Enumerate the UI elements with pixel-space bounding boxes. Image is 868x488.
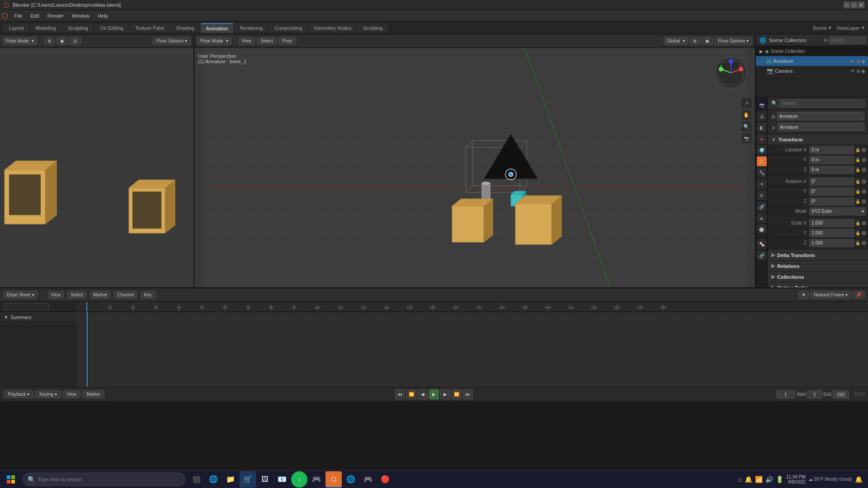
taskbar-icon-photos[interactable]: 🖼 [257, 471, 273, 488]
taskbar-icon-store[interactable]: 🛒 [240, 471, 256, 488]
transform-section-header[interactable]: ▼ Transform [768, 134, 868, 145]
viewport-pose-btn[interactable]: Pose [278, 37, 296, 45]
battery-icon[interactable]: 🔋 [776, 476, 783, 483]
world-props-btn[interactable]: 🌍 [757, 145, 767, 155]
timeline-playhead[interactable] [87, 312, 88, 387]
location-x-value[interactable]: 0 m [809, 146, 854, 154]
summary-track[interactable]: ▼ Summary [0, 312, 76, 323]
rotation-y-dot[interactable] [862, 189, 866, 194]
viewport-select-btn[interactable]: Select [257, 37, 277, 45]
render-props-btn[interactable]: 📷 [757, 100, 767, 110]
menu-help[interactable]: Help [94, 12, 112, 19]
tl-view-btn[interactable]: View [48, 291, 64, 299]
tl-select-btn[interactable]: Select [67, 291, 86, 299]
scale-y-lock[interactable]: 🔓 [854, 230, 861, 236]
collections-header[interactable]: ▶ Collections [768, 272, 868, 282]
scene-collection-item[interactable]: ▶ ◉ Scene Collection [756, 46, 868, 56]
rotation-y-value[interactable]: 0° [809, 188, 854, 196]
location-z-dot[interactable] [862, 168, 866, 172]
tab-rendering[interactable]: Rendering [234, 23, 268, 33]
tl-pin-btn[interactable]: 📌 [853, 291, 864, 299]
taskbar-icon-explorer[interactable]: 📁 [222, 471, 239, 488]
menu-file[interactable]: File [11, 12, 26, 19]
rotation-x-dot[interactable] [862, 179, 866, 184]
tab-geometry-nodes[interactable]: Geometry Nodes [308, 23, 357, 33]
taskbar-icon-chrome[interactable]: 🌐 [343, 471, 359, 488]
rotation-mode-select[interactable]: XYZ Euler ▾ [809, 207, 866, 216]
scale-z-dot[interactable] [862, 241, 866, 245]
track-content[interactable] [77, 312, 868, 387]
minimize-button[interactable]: ─ [844, 2, 850, 8]
maximize-button[interactable]: □ [851, 2, 857, 8]
tab-compositing[interactable]: Compositing [269, 23, 307, 33]
location-y-dot[interactable] [862, 158, 866, 162]
tab-layout[interactable]: Layout [4, 23, 29, 33]
taskbar-icon-spotify[interactable]: ♪ [291, 471, 307, 488]
location-y-lock[interactable]: 🔓 [854, 157, 861, 163]
physics-props-btn[interactable]: ⚙ [757, 190, 767, 200]
tl-channel-btn[interactable]: Channel [114, 291, 137, 299]
location-z-lock[interactable]: 🔓 [854, 167, 861, 173]
constraints-props-btn[interactable]: 🔗 [757, 202, 767, 211]
scale-y-dot[interactable] [862, 231, 866, 235]
scale-x-value[interactable]: 1.000 [809, 219, 854, 227]
jump-start-btn[interactable]: ⏮ [395, 389, 405, 399]
overlay-btn[interactable]: ◎ [70, 37, 81, 45]
dope-sheet-mode-btn[interactable]: Dope Sheet ▾ [4, 291, 38, 299]
scale-x-dot[interactable] [862, 221, 866, 225]
navigation-gizmo[interactable]: X Y Z [715, 57, 747, 89]
notification-icon[interactable]: 🔔 [855, 476, 863, 483]
motion-paths-header[interactable]: ▶ Motion Paths [768, 282, 868, 287]
clock[interactable]: 11:34 PM 4/8/2022 [786, 474, 806, 484]
viewport-view-btn[interactable]: View [238, 37, 255, 45]
particles-props-btn[interactable]: ✦ [757, 179, 767, 189]
tl-key-btn[interactable]: Key [141, 291, 155, 299]
prev-keyframe-btn[interactable]: ⏪ [406, 389, 416, 399]
pb-marker-btn[interactable]: Marker [82, 390, 104, 398]
rotation-z-dot[interactable] [862, 199, 866, 204]
rotation-x-value[interactable]: 0° [809, 178, 854, 186]
weather-display[interactable]: ☁ 50°F Mostly cloudy [808, 477, 852, 482]
next-frame-btn[interactable]: ▶ [440, 389, 450, 399]
viewport-global-selector[interactable]: Global▾ [664, 37, 688, 45]
tab-texture-paint[interactable]: Texture Paint [130, 23, 170, 33]
tl-marker-btn[interactable]: Marker [90, 291, 110, 299]
tab-modeling[interactable]: Modeling [30, 23, 61, 33]
rotation-z-lock[interactable]: 🔓 [854, 198, 861, 205]
tab-scripting[interactable]: Scripting [358, 23, 388, 33]
rotation-y-lock[interactable]: 🔓 [854, 188, 861, 195]
start-button[interactable] [2, 471, 20, 488]
relations-header[interactable]: ▶ Relations [768, 261, 868, 272]
timeline-content[interactable]: ▼ Summary [0, 312, 868, 387]
tl-filter-btn[interactable]: ▼ [798, 291, 809, 299]
start-frame-display[interactable]: 1 [807, 390, 822, 399]
tab-sculpting[interactable]: Sculpting [62, 23, 94, 33]
tab-animation[interactable]: Animation [201, 23, 234, 33]
menu-window[interactable]: Window [68, 12, 93, 19]
volume-icon[interactable]: 🔊 [765, 476, 773, 483]
view-tool-hand[interactable]: ✋ [741, 110, 751, 120]
rotation-x-lock[interactable]: 🔓 [854, 178, 861, 185]
outliner-item-armature[interactable]: ▤ Armature 👁 ⊕ ◉ [756, 56, 868, 66]
location-x-dot[interactable] [862, 148, 866, 152]
props-search-input[interactable] [779, 99, 864, 108]
viewport-pose-options2[interactable]: Pose Options ▾ [714, 37, 752, 45]
end-frame-display[interactable]: 250 [833, 390, 849, 399]
scale-z-lock[interactable]: 🔓 [854, 240, 861, 246]
view-layer-props-btn[interactable]: ◧ [757, 122, 767, 132]
menu-edit[interactable]: Edit [27, 12, 43, 19]
delta-transform-header[interactable]: ▶ Delta Transform [768, 250, 868, 261]
jump-end-btn[interactable]: ⏭ [463, 389, 473, 399]
location-z-value[interactable]: 0 m [809, 166, 854, 174]
view-tool-camera[interactable]: 📷 [741, 133, 751, 143]
network-icon[interactable]: 📶 [755, 476, 763, 483]
view-tool-zoom[interactable]: 🔍 [741, 122, 751, 131]
tray-icon-1[interactable]: ⌂ [738, 476, 741, 483]
pose-mode-selector[interactable]: Pose Mode▾ [3, 37, 37, 45]
play-btn[interactable]: ▶ [429, 389, 439, 399]
viewport-shading-btn2[interactable]: ◉ [702, 37, 713, 45]
close-button[interactable]: ✕ [858, 2, 864, 8]
taskbar-icon-game[interactable]: 🎮 [308, 471, 325, 488]
scene-props-btn[interactable]: 🔺 [757, 134, 767, 144]
location-x-lock[interactable]: 🔓 [854, 147, 861, 153]
